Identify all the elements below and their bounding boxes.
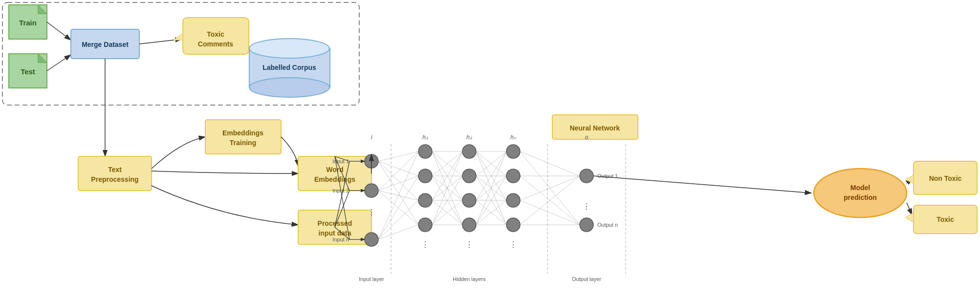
svg-line-25 [378, 200, 418, 239]
output-dots: ⋮ [583, 202, 590, 211]
non-toxic-node: Non Toxic [905, 161, 977, 194]
h3-dots: ⋮ [509, 240, 517, 249]
input-n-label: Input n [332, 237, 349, 242]
non-toxic-label: Non Toxic [929, 174, 962, 182]
labelled-corpus-node: Labelled Corpus [249, 39, 330, 97]
h3-node-3 [506, 194, 520, 207]
svg-line-20 [378, 176, 418, 191]
h2-label: h₂ [466, 134, 473, 141]
h3-node-1 [506, 145, 520, 158]
train-node: Train [9, 5, 47, 39]
test-to-merge-arrow [47, 55, 71, 71]
model-prediction-node [814, 169, 907, 217]
h1-label: h₁ [422, 134, 428, 141]
h1-node-3 [418, 194, 432, 207]
h3-node-4 [506, 218, 520, 232]
model-prediction-label2: prediction [844, 194, 877, 201]
input-1-label: Input 1 [332, 158, 349, 164]
svg-marker-11 [174, 33, 183, 40]
nn-connections-h1-h2 [432, 151, 462, 225]
test-node: Test [9, 54, 47, 88]
nn-connections-h2-h3 [476, 151, 506, 225]
svg-line-23 [378, 151, 418, 239]
word-embeddings-label1: Word [326, 166, 344, 173]
svg-line-18 [378, 161, 418, 225]
nn-connections-in-h1 [378, 151, 418, 239]
embeddings-training-node [205, 120, 281, 154]
h2-node-4 [462, 218, 476, 232]
toxic-output-node: Toxic [905, 205, 977, 234]
output-1-label: Output 1 [597, 173, 618, 179]
h2-node-3 [462, 194, 476, 207]
text-preprocessing-label2: Preprocessing [91, 175, 138, 183]
input-node-2 [365, 184, 378, 197]
output-node-n [580, 218, 593, 232]
toxic-comments-label2: Comments [198, 40, 234, 48]
h1-node-1 [418, 145, 432, 158]
h3-label: hₙ [510, 134, 516, 141]
merge-label: Merge Dataset [82, 41, 129, 48]
train-to-merge-arrow [47, 22, 71, 40]
input-dots: ⋮ [368, 208, 375, 216]
svg-line-64 [520, 200, 580, 225]
preprocess-to-processed-arrow [152, 186, 298, 225]
i-label: i [371, 134, 372, 141]
svg-line-26 [378, 225, 418, 239]
neural-network-label: Neural Network [570, 124, 620, 132]
toxic-comments-node: Toxic Comments [174, 18, 249, 54]
model-to-toxic-arrow [907, 203, 912, 215]
h1-node-2 [418, 169, 432, 183]
toxic-output-label: Toxic [936, 216, 954, 223]
preprocess-to-embed-arrow [152, 137, 205, 169]
svg-line-16 [378, 161, 418, 176]
svg-line-24 [378, 176, 418, 239]
h1-node-4 [418, 218, 432, 232]
test-label: Test [21, 67, 35, 76]
svg-marker-68 [905, 175, 914, 183]
h2-node-1 [462, 145, 476, 158]
embeddings-training-label1: Embeddings [222, 129, 263, 137]
svg-line-17 [378, 161, 418, 200]
output-layer-label: Output layer [572, 276, 601, 282]
preprocess-to-word-embed-arrow [152, 171, 298, 173]
hidden-layers-label: Hidden layers [453, 276, 486, 282]
o-label: o [585, 134, 588, 141]
svg-point-13 [249, 39, 329, 58]
input-layer-label: Input layer [359, 276, 384, 282]
nn-to-model-arrow [593, 176, 811, 193]
svg-marker-70 [905, 213, 914, 222]
embeddings-training-label2: Training [230, 139, 256, 147]
text-preprocessing-node [78, 156, 152, 191]
text-preprocessing-label1: Text [108, 166, 122, 173]
toxic-comments-label: Toxic [207, 30, 224, 38]
svg-line-63 [520, 176, 580, 200]
train-label: Train [19, 19, 37, 27]
processed-input-label2: input data [319, 229, 351, 237]
h1-dots: ⋮ [421, 240, 429, 249]
input-node-n [365, 233, 378, 246]
output-n-label: Output n [597, 222, 618, 228]
svg-point-14 [249, 78, 329, 97]
h2-node-2 [462, 169, 476, 183]
word-embeddings-label2: Embeddings [314, 175, 355, 183]
model-prediction-label1: Model [850, 184, 870, 192]
output-node-1 [580, 169, 593, 183]
h3-node-2 [506, 169, 520, 183]
nn-connections-h3-out [520, 151, 580, 225]
svg-line-59 [520, 151, 580, 176]
embed-train-to-word-embed-arrow [281, 137, 298, 166]
svg-line-15 [378, 151, 418, 161]
labelled-corpus-label: Labelled Corpus [262, 64, 316, 71]
h2-dots: ⋮ [465, 240, 473, 249]
